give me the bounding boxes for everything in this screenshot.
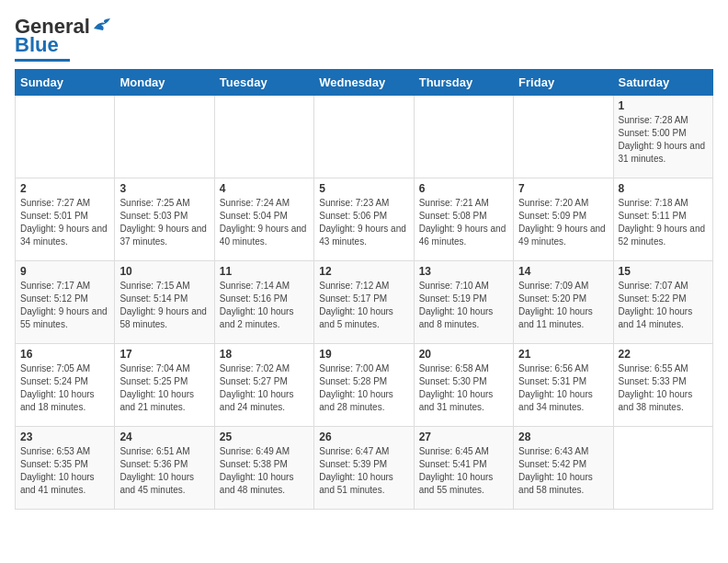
logo-blue: Blue bbox=[15, 33, 59, 57]
day-info: Sunrise: 7:25 AM Sunset: 5:03 PM Dayligh… bbox=[119, 197, 209, 248]
day-number: 15 bbox=[619, 265, 708, 278]
day-cell: 15Sunrise: 7:07 AM Sunset: 5:22 PM Dayli… bbox=[613, 261, 712, 344]
day-number: 9 bbox=[20, 265, 109, 278]
day-number: 14 bbox=[518, 265, 608, 278]
day-number: 13 bbox=[419, 265, 508, 278]
day-info: Sunrise: 6:53 AM Sunset: 5:35 PM Dayligh… bbox=[20, 445, 109, 497]
day-cell: 24Sunrise: 6:51 AM Sunset: 5:36 PM Dayli… bbox=[115, 427, 214, 510]
day-cell: 17Sunrise: 7:04 AM Sunset: 5:25 PM Dayli… bbox=[115, 344, 214, 427]
day-info: Sunrise: 7:21 AM Sunset: 5:08 PM Dayligh… bbox=[419, 197, 508, 248]
header-wednesday: Wednesday bbox=[314, 70, 414, 96]
day-cell: 6Sunrise: 7:21 AM Sunset: 5:08 PM Daylig… bbox=[414, 178, 513, 261]
day-cell: 14Sunrise: 7:09 AM Sunset: 5:20 PM Dayli… bbox=[514, 261, 613, 344]
day-cell: 20Sunrise: 6:58 AM Sunset: 5:30 PM Dayli… bbox=[414, 344, 513, 427]
header-saturday: Saturday bbox=[613, 70, 712, 96]
day-cell: 22Sunrise: 6:55 AM Sunset: 5:33 PM Dayli… bbox=[613, 344, 712, 427]
day-info: Sunrise: 6:43 AM Sunset: 5:42 PM Dayligh… bbox=[518, 445, 608, 497]
day-number: 19 bbox=[319, 348, 408, 361]
day-info: Sunrise: 6:45 AM Sunset: 5:41 PM Dayligh… bbox=[419, 445, 508, 497]
day-info: Sunrise: 7:05 AM Sunset: 5:24 PM Dayligh… bbox=[20, 362, 109, 414]
day-cell: 16Sunrise: 7:05 AM Sunset: 5:24 PM Dayli… bbox=[16, 344, 115, 427]
day-info: Sunrise: 6:55 AM Sunset: 5:33 PM Dayligh… bbox=[619, 362, 708, 414]
day-info: Sunrise: 7:09 AM Sunset: 5:20 PM Dayligh… bbox=[518, 280, 608, 331]
day-info: Sunrise: 7:12 AM Sunset: 5:17 PM Dayligh… bbox=[319, 280, 408, 331]
day-number: 23 bbox=[20, 431, 109, 443]
day-number: 28 bbox=[518, 431, 608, 443]
day-info: Sunrise: 7:00 AM Sunset: 5:28 PM Dayligh… bbox=[319, 362, 408, 414]
day-number: 18 bbox=[220, 348, 309, 361]
day-cell bbox=[214, 96, 313, 178]
day-number: 27 bbox=[419, 431, 508, 443]
day-info: Sunrise: 7:17 AM Sunset: 5:12 PM Dayligh… bbox=[20, 280, 109, 331]
day-number: 3 bbox=[119, 182, 209, 195]
week-row-2: 2Sunrise: 7:27 AM Sunset: 5:01 PM Daylig… bbox=[16, 178, 713, 261]
calendar-body: 1Sunrise: 7:28 AM Sunset: 5:00 PM Daylig… bbox=[16, 96, 713, 510]
logo-bird-icon bbox=[92, 17, 112, 32]
day-cell: 9Sunrise: 7:17 AM Sunset: 5:12 PM Daylig… bbox=[16, 261, 115, 344]
day-cell: 7Sunrise: 7:20 AM Sunset: 5:09 PM Daylig… bbox=[514, 178, 613, 261]
day-cell: 13Sunrise: 7:10 AM Sunset: 5:19 PM Dayli… bbox=[414, 261, 513, 344]
day-number: 1 bbox=[619, 99, 708, 112]
calendar-header: SundayMondayTuesdayWednesdayThursdayFrid… bbox=[16, 70, 713, 96]
day-number: 12 bbox=[319, 265, 408, 278]
day-info: Sunrise: 6:58 AM Sunset: 5:30 PM Dayligh… bbox=[419, 362, 508, 414]
day-info: Sunrise: 7:28 AM Sunset: 5:00 PM Dayligh… bbox=[619, 114, 708, 166]
day-cell: 21Sunrise: 6:56 AM Sunset: 5:31 PM Dayli… bbox=[514, 344, 613, 427]
day-cell bbox=[115, 96, 214, 178]
day-cell: 25Sunrise: 6:49 AM Sunset: 5:38 PM Dayli… bbox=[214, 427, 313, 510]
day-number: 6 bbox=[419, 182, 508, 195]
day-number: 5 bbox=[319, 182, 408, 195]
header-monday: Monday bbox=[115, 70, 214, 96]
day-number: 24 bbox=[119, 431, 209, 443]
day-cell: 18Sunrise: 7:02 AM Sunset: 5:27 PM Dayli… bbox=[214, 344, 313, 427]
logo: General Blue bbox=[15, 15, 112, 62]
day-info: Sunrise: 6:49 AM Sunset: 5:38 PM Dayligh… bbox=[220, 445, 309, 497]
week-row-3: 9Sunrise: 7:17 AM Sunset: 5:12 PM Daylig… bbox=[16, 261, 713, 344]
day-cell: 12Sunrise: 7:12 AM Sunset: 5:17 PM Dayli… bbox=[314, 261, 414, 344]
week-row-1: 1Sunrise: 7:28 AM Sunset: 5:00 PM Daylig… bbox=[16, 96, 713, 178]
day-number: 10 bbox=[119, 265, 209, 278]
week-row-5: 23Sunrise: 6:53 AM Sunset: 5:35 PM Dayli… bbox=[16, 427, 713, 510]
day-info: Sunrise: 6:51 AM Sunset: 5:36 PM Dayligh… bbox=[119, 445, 209, 497]
day-info: Sunrise: 7:10 AM Sunset: 5:19 PM Dayligh… bbox=[419, 280, 508, 331]
header-friday: Friday bbox=[514, 70, 613, 96]
page-header: General Blue bbox=[15, 15, 713, 62]
week-row-4: 16Sunrise: 7:05 AM Sunset: 5:24 PM Dayli… bbox=[16, 344, 713, 427]
calendar-table: SundayMondayTuesdayWednesdayThursdayFrid… bbox=[15, 69, 713, 510]
day-number: 8 bbox=[619, 182, 708, 195]
header-sunday: Sunday bbox=[16, 70, 115, 96]
day-cell: 26Sunrise: 6:47 AM Sunset: 5:39 PM Dayli… bbox=[314, 427, 414, 510]
day-info: Sunrise: 7:24 AM Sunset: 5:04 PM Dayligh… bbox=[220, 197, 309, 248]
day-number: 16 bbox=[20, 348, 109, 361]
day-cell bbox=[16, 96, 115, 178]
day-cell: 1Sunrise: 7:28 AM Sunset: 5:00 PM Daylig… bbox=[613, 96, 712, 178]
day-info: Sunrise: 7:02 AM Sunset: 5:27 PM Dayligh… bbox=[220, 362, 309, 414]
day-number: 17 bbox=[119, 348, 209, 361]
day-number: 22 bbox=[619, 348, 708, 361]
day-info: Sunrise: 7:27 AM Sunset: 5:01 PM Dayligh… bbox=[20, 197, 109, 248]
day-cell: 2Sunrise: 7:27 AM Sunset: 5:01 PM Daylig… bbox=[16, 178, 115, 261]
day-info: Sunrise: 7:23 AM Sunset: 5:06 PM Dayligh… bbox=[319, 197, 408, 248]
logo-underline bbox=[15, 59, 70, 62]
day-cell bbox=[514, 96, 613, 178]
day-cell: 28Sunrise: 6:43 AM Sunset: 5:42 PM Dayli… bbox=[514, 427, 613, 510]
day-info: Sunrise: 7:07 AM Sunset: 5:22 PM Dayligh… bbox=[619, 280, 708, 331]
day-number: 25 bbox=[220, 431, 309, 443]
day-cell bbox=[613, 427, 712, 510]
header-tuesday: Tuesday bbox=[214, 70, 313, 96]
day-number: 11 bbox=[220, 265, 309, 278]
day-info: Sunrise: 7:18 AM Sunset: 5:11 PM Dayligh… bbox=[619, 197, 708, 248]
day-cell: 23Sunrise: 6:53 AM Sunset: 5:35 PM Dayli… bbox=[16, 427, 115, 510]
day-cell: 10Sunrise: 7:15 AM Sunset: 5:14 PM Dayli… bbox=[115, 261, 214, 344]
day-number: 2 bbox=[20, 182, 109, 195]
day-cell: 27Sunrise: 6:45 AM Sunset: 5:41 PM Dayli… bbox=[414, 427, 513, 510]
day-number: 20 bbox=[419, 348, 508, 361]
day-info: Sunrise: 7:15 AM Sunset: 5:14 PM Dayligh… bbox=[119, 280, 209, 331]
header-row: SundayMondayTuesdayWednesdayThursdayFrid… bbox=[16, 70, 713, 96]
header-thursday: Thursday bbox=[414, 70, 513, 96]
day-info: Sunrise: 7:04 AM Sunset: 5:25 PM Dayligh… bbox=[119, 362, 209, 414]
day-cell bbox=[414, 96, 513, 178]
day-info: Sunrise: 7:14 AM Sunset: 5:16 PM Dayligh… bbox=[220, 280, 309, 331]
day-info: Sunrise: 6:47 AM Sunset: 5:39 PM Dayligh… bbox=[319, 445, 408, 497]
day-cell bbox=[314, 96, 414, 178]
